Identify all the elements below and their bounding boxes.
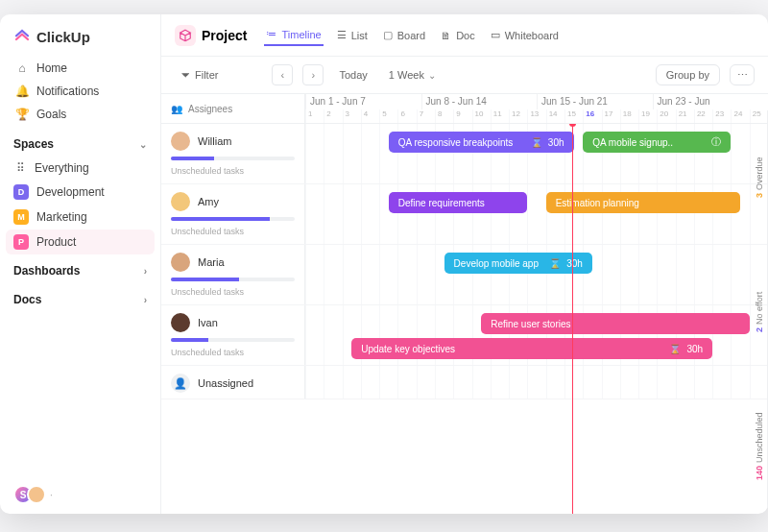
week-1: Jun 1 - Jun 7 — [305, 94, 421, 109]
unscheduled-william[interactable]: Unscheduled tasks — [171, 166, 295, 176]
people-icon: 👥 — [171, 104, 182, 114]
doc-icon: 🗎 — [441, 30, 451, 41]
day-6: 6 — [397, 109, 416, 123]
day-7: 7 — [417, 109, 435, 123]
assignee-unassigned[interactable]: 👤Unassigned — [171, 374, 295, 393]
badge-unscheduled[interactable]: 140Unscheduled — [751, 379, 768, 514]
tab-doc[interactable]: 🗎Doc — [439, 24, 477, 46]
day-11: 11 — [491, 109, 509, 123]
trophy-icon: 🏆 — [15, 108, 29, 121]
space-badge-d: D — [13, 184, 29, 200]
section-spaces[interactable]: Spaces⌄ — [0, 128, 160, 157]
day-15: 15 — [564, 109, 583, 123]
task-qa-mobile[interactable]: QA mobile signup..ⓘ — [583, 132, 731, 153]
assignee-william[interactable]: William — [171, 132, 295, 151]
sidebar-footer: S · — [0, 475, 160, 514]
toolbar: ⏷Filter ‹ › Today 1 Week⌄ Group by ⋯ — [161, 57, 768, 94]
assignee-maria[interactable]: Maria — [171, 253, 295, 272]
user-avatar-2[interactable] — [27, 485, 46, 504]
next-button[interactable]: › — [302, 64, 324, 85]
progress-william — [171, 157, 295, 160]
section-docs[interactable]: Docs› — [0, 283, 160, 312]
assignee-amy[interactable]: Amy — [171, 192, 295, 211]
nav-goals[interactable]: 🏆Goals — [8, 103, 153, 126]
tab-board[interactable]: ▢Board — [381, 24, 427, 46]
task-qa-breakpoints[interactable]: QA responsive breakpoints⌛30h — [389, 132, 574, 153]
week-2: Jun 8 - Jun 14 — [421, 94, 538, 109]
tab-timeline[interactable]: ≔Timeline — [264, 24, 323, 46]
unscheduled-ivan[interactable]: Unscheduled tasks — [171, 348, 295, 357]
day-23: 23 — [712, 109, 731, 123]
day-22: 22 — [694, 109, 712, 123]
space-product[interactable]: PProduct — [6, 230, 155, 254]
right-badges: 3Overdue 2No effort 140Unscheduled — [751, 110, 768, 514]
hourglass-icon: ⌛ — [669, 344, 681, 354]
progress-maria — [171, 278, 295, 281]
day-5: 5 — [379, 109, 397, 123]
prev-button[interactable]: ‹ — [272, 64, 293, 85]
board-icon: ▢ — [383, 29, 393, 41]
list-icon: ☰ — [337, 29, 347, 41]
grid-icon: ⠿ — [13, 161, 27, 175]
space-badge-m: M — [13, 209, 29, 225]
task-estimation[interactable]: Estimation planning — [546, 192, 740, 213]
more-button[interactable]: ⋯ — [730, 64, 755, 85]
row-william: William Unscheduled tasks QA responsive … — [161, 124, 768, 184]
info-icon: ⓘ — [711, 135, 721, 149]
nav-notifications[interactable]: 🔔Notifications — [8, 80, 153, 103]
day-10: 10 — [472, 109, 491, 123]
tab-list[interactable]: ☰List — [335, 24, 370, 46]
filter-icon: ⏷ — [180, 69, 191, 81]
row-maria: Maria Unscheduled tasks Develop mobile a… — [161, 245, 768, 305]
day-17: 17 — [602, 109, 620, 123]
timeline-header: 👥Assignees Jun 1 - Jun 7 Jun 8 - Jun 14 … — [161, 94, 768, 124]
task-update-objectives[interactable]: Update key objectives⌛30h — [351, 338, 712, 359]
groupby-button[interactable]: Group by — [656, 64, 720, 85]
topbar: Project ≔Timeline ☰List ▢Board 🗎Doc ▭Whi… — [161, 14, 768, 57]
unscheduled-maria[interactable]: Unscheduled tasks — [171, 287, 295, 297]
unscheduled-amy[interactable]: Unscheduled tasks — [171, 227, 295, 236]
assignees-header[interactable]: 👥Assignees — [161, 94, 305, 123]
day-12: 12 — [509, 109, 527, 123]
hourglass-icon: ⌛ — [531, 137, 542, 148]
day-4: 4 — [361, 109, 379, 123]
range-dropdown[interactable]: 1 Week⌄ — [383, 66, 442, 84]
more-users[interactable]: · — [50, 490, 53, 500]
nav-home[interactable]: ⌂Home — [8, 57, 153, 80]
task-refine-stories[interactable]: Refine user stories — [481, 313, 750, 334]
day-18: 18 — [620, 109, 638, 123]
day-9: 9 — [453, 109, 471, 123]
space-everything[interactable]: ⠿Everything — [0, 157, 160, 180]
day-14: 14 — [546, 109, 564, 123]
chevron-right-icon: › — [144, 266, 147, 277]
assignee-ivan[interactable]: Ivan — [171, 313, 295, 332]
space-development[interactable]: DDevelopment — [0, 180, 160, 205]
progress-ivan — [171, 338, 295, 342]
day-3: 3 — [343, 109, 361, 123]
progress-amy — [171, 217, 295, 221]
tab-whiteboard[interactable]: ▭Whiteboard — [489, 24, 561, 46]
badge-overdue[interactable]: 3Overdue — [751, 110, 768, 245]
day-19: 19 — [638, 109, 657, 123]
week-4: Jun 23 - Jun — [653, 94, 769, 109]
timeline-body: William Unscheduled tasks QA responsive … — [161, 124, 768, 514]
project-chip[interactable]: Project — [175, 25, 247, 46]
row-amy: Amy Unscheduled tasks Define requirement… — [161, 184, 768, 245]
space-marketing[interactable]: MMarketing — [0, 205, 160, 230]
chevron-right-icon: › — [144, 295, 147, 305]
task-develop-mobile[interactable]: Develop mobile app⌛30h — [444, 253, 592, 274]
day-24: 24 — [731, 109, 749, 123]
chevron-down-icon: ⌄ — [428, 70, 436, 81]
row-unassigned: 👤Unassigned — [161, 366, 768, 399]
filter-button[interactable]: ⏷Filter — [175, 66, 224, 84]
logo[interactable]: ClickUp — [0, 14, 160, 55]
sidebar: ClickUp ⌂Home 🔔Notifications 🏆Goals Spac… — [0, 14, 161, 514]
section-dashboards[interactable]: Dashboards› — [0, 254, 160, 283]
timeline-icon: ≔ — [266, 28, 276, 40]
day-1: 1 — [305, 109, 324, 123]
hourglass-icon: ⌛ — [549, 258, 561, 269]
badge-noeffort[interactable]: 2No effort — [751, 245, 768, 379]
task-define-requirements[interactable]: Define requirements — [389, 192, 528, 213]
today-button[interactable]: Today — [333, 66, 372, 84]
row-ivan: Ivan Unscheduled tasks Refine user stori… — [161, 305, 768, 366]
